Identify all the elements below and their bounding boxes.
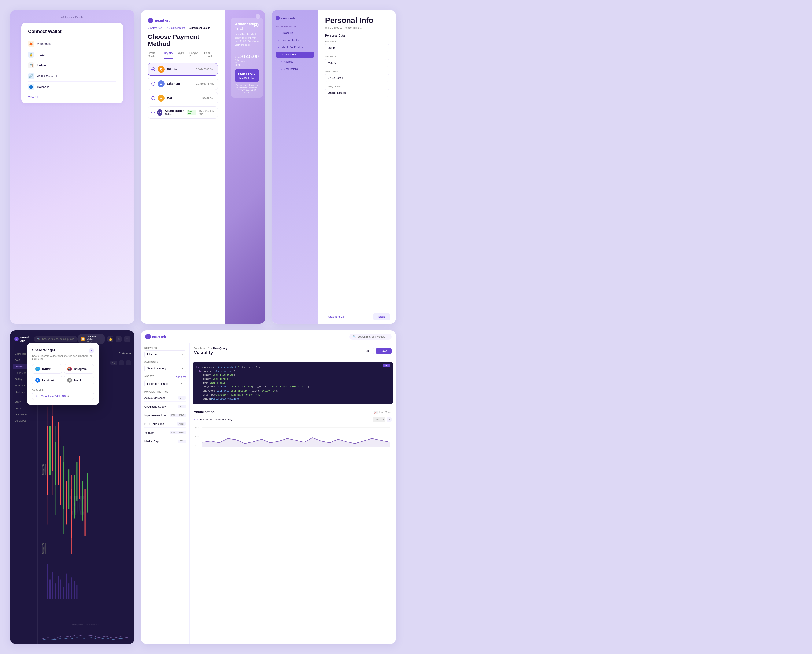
share-widget-modal: Share Widget ✕ Share Uniswap widget snap… [27, 343, 99, 405]
notification-button[interactable]: 🔔 [107, 336, 113, 342]
card-payment-method: ○ nuant orb ✓ Select Plan ✓ Create Accou… [141, 10, 265, 324]
query-search-bar[interactable]: 🔍 [350, 334, 392, 340]
kyc-step-address[interactable]: Address [276, 59, 314, 65]
query-search-input[interactable] [357, 335, 388, 338]
metric-item-impermanent-loss[interactable]: Impermanent loss ETH / USDT [144, 412, 186, 419]
chart-name-label: Ethereum Classic Volatility [200, 418, 232, 421]
metric-badge: ETH [178, 396, 186, 400]
run-button[interactable]: Run [359, 348, 374, 354]
kyc-main: Personal Info We pre-filled y... Please … [318, 10, 396, 324]
start-trial-button[interactable]: Start Free 7 Days Trial [235, 69, 259, 82]
crypto-item-albt[interactable]: AB AllianceBlock Token Save 5% 166.82863… [148, 106, 218, 119]
metric-item-volatility[interactable]: Volatility ETH / USDT [144, 429, 186, 436]
kyc-input-first-name[interactable] [325, 44, 389, 52]
tab-credit-cards[interactable]: Credit Cards [148, 51, 160, 59]
svg-rect-44 [71, 578, 72, 599]
code-editor[interactable]: SQL let sea_query = Query::select(*, tes… [192, 362, 393, 404]
wallet-item-metamask[interactable]: 🦊Metamask [28, 38, 116, 49]
crypto-item-dai[interactable]: ◈ DAI 145.84 /mo [148, 92, 218, 104]
crypto-radio-eth [151, 82, 155, 86]
vis-chart-name: </> Ethereum Classic Volatility [194, 418, 232, 421]
arrow-left-icon: ← [324, 315, 327, 318]
customize-button[interactable]: Customize [119, 352, 131, 355]
wallet-item-wallet-connect[interactable]: 🔗Wallet Connect [28, 71, 116, 82]
analytics-logo: ○ nuant orb [14, 335, 34, 343]
tab-bank-transfer[interactable]: Bank Transfer [204, 51, 218, 59]
copy-icon[interactable]: ⎘ [67, 394, 91, 398]
svg-rect-40 [60, 579, 61, 599]
category-label: Category [144, 361, 186, 364]
wallet-item-ledger[interactable]: 📋Ledger [28, 60, 116, 71]
metric-item-btc-correlation[interactable]: BTC Correlation ALBT [144, 420, 186, 428]
tab-google-pay[interactable]: Google Pay [189, 51, 200, 59]
svg-text:nuant orb: nuant orb [70, 483, 84, 522]
kyc-save-exit-link[interactable]: ← Save and Exit [324, 315, 345, 318]
wizard-steps: ✓ Select Plan ✓ Create Account 03 Paymen… [148, 27, 218, 29]
tab-paypal[interactable]: PayPal [177, 51, 185, 59]
analytics-search-input[interactable] [42, 338, 75, 341]
kyc-input-last-name[interactable] [325, 59, 389, 67]
wallet-item-trezor[interactable]: 🔒Trezor [28, 49, 116, 60]
share-facebook-button[interactable]: f Facebook [32, 376, 62, 385]
crypto-item-btc[interactable]: ₿ Bitcoin 0.00245305 /mo [148, 63, 218, 75]
chart-period[interactable]: 1m [110, 361, 117, 365]
expand-chart-icon[interactable]: ⤢ [119, 361, 124, 365]
share-twitter-button[interactable]: 🐦 Twitter [32, 364, 62, 374]
breadcrumb-base: Dashboard 1 [194, 347, 209, 350]
sidebar-item-derivatives[interactable]: Derivatives [13, 418, 35, 423]
network-select[interactable]: Ethereum [144, 350, 186, 358]
sidebar-item-alternatives[interactable]: Alternatives [13, 412, 35, 417]
payment-tabs[interactable]: Credit Cards Crypto PayPal Google Pay Ba… [148, 51, 218, 59]
sidebar-item-bonds[interactable]: Bonds [13, 405, 35, 411]
crypto-item-eth[interactable]: Ξ Etherium 0.03594075 /mo [148, 78, 218, 90]
kyc-step-personal-info[interactable]: Personal Info [276, 52, 314, 58]
chart-options-icon[interactable]: ⋯ [126, 361, 131, 365]
grid-button[interactable]: ⊞ [124, 336, 130, 342]
crypto-price-albt: 166.8286335 /mo [199, 110, 214, 116]
kyc-field-label: First Name [325, 40, 389, 43]
metric-item-active-addresses[interactable]: Active Addresses ETH [144, 394, 186, 402]
assets-select[interactable]: Ethereum classic [144, 380, 186, 388]
network-section: Network Ethereum [144, 347, 186, 358]
kyc-section-title: Personal Data [325, 34, 389, 37]
expand-vis-button[interactable]: ⤢ [387, 417, 392, 422]
metric-item-circulating-supply[interactable]: Circulating Supply BTC [144, 403, 186, 410]
share-modal-close-button[interactable]: ✕ [89, 348, 94, 353]
svg-rect-45 [74, 581, 75, 599]
analytics-search-bar[interactable]: 🔍 [34, 336, 78, 342]
kyc-step-address-label: Address [284, 60, 293, 63]
kyc-step-face-verify[interactable]: ✓ Face Verification [276, 37, 314, 43]
trial-card: Advanced Trial $0 You will not be billed… [231, 18, 263, 98]
metric-item-market-cap[interactable]: Market Cap ETH [144, 438, 186, 445]
wallet-icon-ledger: 📋 [28, 63, 34, 68]
time-range-select[interactable]: 1W 1M 3M [373, 417, 385, 422]
wallet-icon-coinbase: 🔵 [28, 84, 34, 90]
card-analytics: ○ nuant orb 🔍 C Coinbase Wallet $15,443.… [10, 330, 134, 644]
kyc-step-user-details[interactable]: User Details [276, 66, 314, 72]
save-button[interactable]: Save [376, 348, 392, 354]
kyc-input-date-of-birth[interactable] [325, 74, 389, 82]
svg-rect-4 [47, 426, 48, 495]
share-instagram-button[interactable]: 📷 Instagram [64, 364, 94, 374]
view-all-link[interactable]: View All [28, 95, 116, 98]
share-modal-header: Share Widget ✕ [32, 348, 94, 353]
code-line-2: .column(Char::Timestamp) [196, 373, 389, 377]
vis-type-selector[interactable]: 📈 Line Chart [374, 411, 392, 414]
query-search-icon: 🔍 [353, 335, 356, 338]
kyc-step-identity-verify[interactable]: ✓ Identity Verification [276, 44, 314, 50]
assets-section: Assets Add more Ethereum classic [144, 375, 186, 388]
category-select[interactable]: Select category [144, 365, 186, 372]
svg-rect-34 [87, 474, 88, 513]
share-email-button[interactable]: ✉ Email [64, 376, 94, 385]
settings-button[interactable]: ⚙ [116, 336, 122, 342]
kyc-step-upload-id[interactable]: ✓ Upload ID [276, 30, 314, 36]
wallet-name: Coinbase Wallet [87, 335, 102, 340]
tab-crypto[interactable]: Crypto [164, 51, 173, 59]
wizard-step-2: ✓ Create Account [166, 27, 185, 29]
wizard-step-1: ✓ Select Plan [148, 27, 162, 29]
add-more-link[interactable]: Add more [176, 376, 186, 378]
kyc-input-country-of-birth[interactable] [325, 89, 389, 97]
wallet-item-coinbase[interactable]: 🔵Coinbase [28, 82, 116, 92]
crypto-radio-btc [151, 67, 155, 71]
kyc-back-button[interactable]: Back [373, 313, 390, 320]
